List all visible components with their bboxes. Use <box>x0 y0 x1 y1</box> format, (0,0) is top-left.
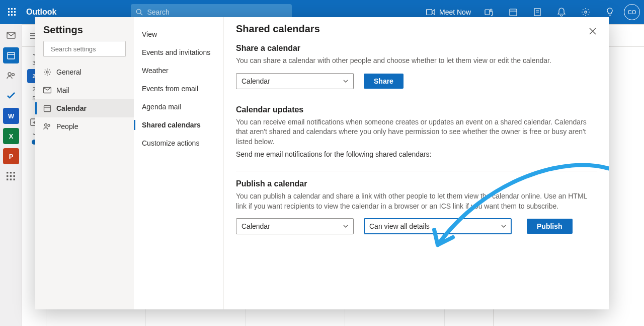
section-divider <box>236 171 597 171</box>
svg-rect-1 <box>11 8 13 10</box>
svg-rect-31 <box>13 172 15 173</box>
sub-customize-actions[interactable]: Customize actions <box>134 134 223 152</box>
app-launcher-icon[interactable] <box>4 4 20 20</box>
category-people[interactable]: People <box>35 117 134 136</box>
svg-rect-36 <box>10 179 11 180</box>
settings-search[interactable] <box>43 41 126 57</box>
sub-agenda-mail[interactable]: Agenda mail <box>134 98 223 116</box>
video-icon <box>426 9 435 15</box>
settings-categories-panel: Settings General Mail Calendar People <box>35 17 134 309</box>
sub-events-from-email[interactable]: Events from email <box>134 80 223 98</box>
svg-rect-30 <box>10 172 11 173</box>
gear-icon <box>43 68 51 76</box>
publish-button[interactable]: Publish <box>527 219 573 234</box>
publish-desc: You can publish a calendar and share a l… <box>236 191 597 211</box>
publish-permission-dropdown[interactable]: Can view all details <box>364 218 512 234</box>
svg-point-24 <box>8 73 11 76</box>
publish-heading: Publish a calendar <box>236 179 597 188</box>
close-button[interactable] <box>585 23 601 39</box>
page-title: Shared calendars <box>236 23 597 35</box>
people-rail-icon[interactable] <box>3 68 19 84</box>
meet-now-button[interactable]: Meet Now <box>422 8 475 16</box>
people-icon <box>43 122 51 131</box>
svg-rect-11 <box>426 10 432 15</box>
more-apps-rail-icon[interactable] <box>3 168 19 184</box>
svg-point-13 <box>490 9 492 11</box>
svg-text:X: X <box>9 133 13 140</box>
calendar-rail-icon[interactable] <box>3 47 19 63</box>
svg-rect-29 <box>7 172 8 173</box>
svg-rect-34 <box>13 175 15 177</box>
svg-rect-0 <box>8 8 10 10</box>
svg-point-25 <box>12 74 14 76</box>
svg-rect-4 <box>11 11 13 13</box>
todo-rail-icon[interactable] <box>3 88 19 104</box>
updates-line: Send me email notifications for the foll… <box>236 150 597 160</box>
share-calendar-dropdown[interactable]: Calendar <box>236 73 354 89</box>
brand-label: Outlook <box>26 8 56 17</box>
share-heading: Share a calendar <box>236 44 597 53</box>
mail-rail-icon[interactable] <box>3 27 19 43</box>
close-icon <box>589 27 597 35</box>
excel-rail-icon[interactable]: X <box>3 128 19 144</box>
search-icon <box>136 9 143 16</box>
svg-rect-22 <box>8 52 15 59</box>
category-general[interactable]: General <box>35 63 134 81</box>
powerpoint-rail-icon[interactable]: P <box>3 148 19 164</box>
svg-point-9 <box>137 9 141 14</box>
svg-point-19 <box>585 11 587 13</box>
svg-rect-3 <box>8 11 10 13</box>
svg-line-10 <box>141 13 143 15</box>
svg-rect-7 <box>11 14 13 16</box>
mail-icon <box>43 86 51 94</box>
svg-rect-5 <box>14 11 16 13</box>
updates-heading: Calendar updates <box>236 105 597 114</box>
svg-rect-37 <box>13 179 15 180</box>
sub-shared-calendars[interactable]: Shared calendars <box>134 116 223 134</box>
svg-point-52 <box>45 124 47 126</box>
svg-point-53 <box>48 124 50 126</box>
svg-rect-50 <box>44 106 51 112</box>
global-search-input[interactable] <box>147 8 287 16</box>
svg-rect-32 <box>7 175 8 177</box>
svg-rect-21 <box>7 32 15 38</box>
settings-sub-panel: View Events and invitations Weather Even… <box>134 17 223 309</box>
settings-modal: Settings General Mail Calendar People <box>35 17 609 309</box>
share-desc: You can share a calendar with other peop… <box>236 56 597 66</box>
settings-search-input[interactable] <box>51 45 135 53</box>
calendar-icon <box>43 104 51 112</box>
svg-rect-33 <box>10 175 11 177</box>
left-rail: W X P <box>0 24 22 326</box>
svg-rect-35 <box>7 179 8 180</box>
sub-events-invitations[interactable]: Events and invitations <box>134 43 223 61</box>
svg-rect-12 <box>485 10 490 15</box>
svg-rect-2 <box>14 8 16 10</box>
updates-desc: You can receive email notifications when… <box>236 117 597 147</box>
category-mail[interactable]: Mail <box>35 81 134 99</box>
chevron-down-icon <box>343 80 348 83</box>
svg-rect-8 <box>14 14 16 16</box>
svg-rect-14 <box>510 9 517 16</box>
chevron-down-icon <box>501 225 506 228</box>
svg-point-48 <box>46 71 48 73</box>
settings-title: Settings <box>35 24 134 41</box>
sub-weather[interactable]: Weather <box>134 61 223 80</box>
category-calendar[interactable]: Calendar <box>35 99 134 117</box>
settings-content-panel: Shared calendars Share a calendar You ca… <box>223 17 609 309</box>
share-button[interactable]: Share <box>364 74 404 89</box>
publish-calendar-dropdown[interactable]: Calendar <box>236 218 354 234</box>
svg-text:P: P <box>9 153 13 160</box>
svg-text:W: W <box>8 112 14 120</box>
word-rail-icon[interactable]: W <box>3 108 19 124</box>
avatar[interactable]: CO <box>624 4 640 20</box>
svg-rect-6 <box>8 14 10 16</box>
sub-view[interactable]: View <box>134 25 223 43</box>
chevron-down-icon <box>343 225 348 228</box>
